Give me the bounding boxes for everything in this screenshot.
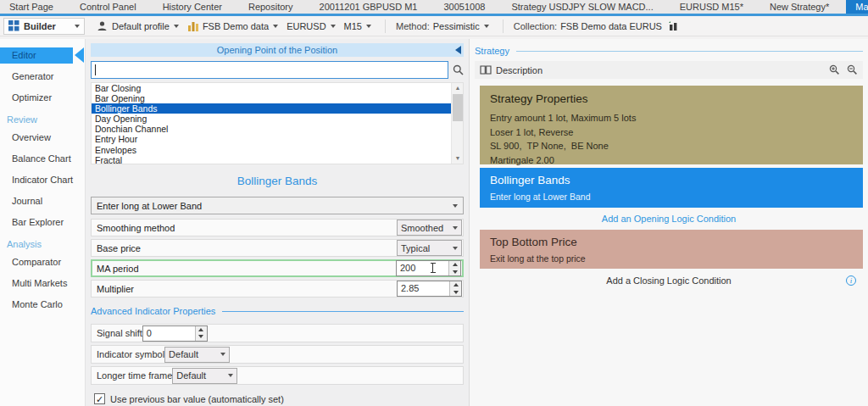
spinner-value: 2.85	[398, 281, 449, 296]
zoom-out-icon[interactable]	[847, 64, 858, 75]
scroll-down-icon[interactable]: ▼	[452, 153, 464, 164]
param-label: Longer time frame	[97, 370, 172, 381]
closing-point-slot[interactable]: Top Bottom Price Exit long at the top pr…	[480, 230, 863, 269]
chevron-down-icon	[331, 25, 336, 28]
spin-up-icon[interactable]	[450, 281, 461, 289]
sidebar-item-bar-explorer[interactable]: Bar Explorer	[0, 214, 85, 231]
method-label: Method:	[396, 21, 430, 31]
sidebar-item-indicator-chart[interactable]: Indicator Chart	[0, 172, 85, 188]
chevron-down-icon	[484, 25, 489, 28]
active-item-pointer-icon	[75, 47, 84, 63]
sidebar-item-generator[interactable]: Generator	[0, 69, 85, 85]
profile-dropdown[interactable]: Default profile	[97, 20, 179, 32]
divider-line	[516, 51, 863, 52]
chevron-down-icon	[174, 25, 179, 28]
opening-point-header: Opening Point of the Position	[91, 43, 464, 57]
param-row-indicator-symbol: Indicator symbol Default	[91, 345, 464, 364]
spinner-value: 0	[143, 326, 195, 341]
sidebar-section-review: Review	[0, 113, 85, 126]
opening-point-title: Opening Point of the Position	[217, 45, 337, 55]
list-item[interactable]: Bar Opening	[92, 93, 463, 103]
spinner-buttons	[448, 261, 460, 275]
list-item[interactable]: Day Opening	[92, 114, 463, 124]
base-price-select[interactable]: Typical	[397, 240, 462, 256]
ma-period-spinner[interactable]: 200	[396, 260, 461, 276]
indicator-symbol-select[interactable]: Default	[164, 347, 230, 363]
collection-value: FSB Demo data EURUS	[560, 21, 662, 31]
tab-data-gbpusd[interactable]: 20011201 GBPUSD M1	[310, 0, 427, 14]
spin-up-icon[interactable]	[449, 261, 460, 269]
tab-strategy-usdjpy[interactable]: Strategy USDJPY SLOW MACD...	[502, 0, 662, 14]
list-item[interactable]: Bar Closing	[92, 83, 463, 93]
app-window: Start Page Control Panel History Center …	[0, 0, 868, 406]
advanced-properties-label[interactable]: Advanced Indicator Properties	[91, 306, 215, 316]
multiplier-spinner[interactable]: 2.85	[397, 281, 462, 297]
builder-dropdown[interactable]: Builder	[3, 18, 85, 35]
description-label: Description	[496, 65, 822, 75]
sidebar-item-editor[interactable]: Editor	[0, 47, 73, 64]
list-item[interactable]: Entry Hour	[92, 134, 463, 144]
symbol-dropdown[interactable]: EURUSD	[287, 21, 335, 31]
signal-shift-spinner[interactable]: 0	[142, 325, 208, 342]
logic-rule-value: Enter long at Lower Band	[97, 201, 448, 211]
list-item[interactable]: Donchian Channel	[92, 124, 463, 134]
strategy-properties-line: Entry amount 1 lot, Maximum 5 lots	[490, 111, 853, 125]
tab-start-page[interactable]: Start Page	[0, 0, 63, 14]
add-opening-condition-link[interactable]: Add an Opening Logic Condition	[473, 214, 865, 226]
strategy-properties-box[interactable]: Strategy Properties Entry amount 1 lot, …	[480, 86, 863, 164]
spin-up-icon[interactable]	[196, 326, 207, 334]
description-bar[interactable]: Description	[475, 61, 863, 79]
slot-title: Top Bottom Price	[490, 236, 853, 248]
strategy-properties-line: Loser 1 lot, Reverse	[490, 125, 853, 140]
method-dropdown[interactable]: Pessimistic	[433, 21, 489, 31]
sidebar-item-comparator[interactable]: Comparator	[0, 254, 85, 270]
param-label: Multiplier	[97, 284, 397, 294]
tab-eurusd-m15[interactable]: EURUSD M15*	[670, 0, 753, 14]
profile-icon	[97, 20, 108, 32]
tab-new-strategy[interactable]: New Strategy*	[760, 0, 838, 14]
tab-30051008[interactable]: 30051008	[435, 0, 495, 14]
sidebar-item-journal[interactable]: Journal	[0, 193, 85, 209]
search-input[interactable]	[91, 61, 448, 79]
chevron-down-icon	[75, 25, 80, 28]
sidebar-item-optimizer[interactable]: Optimizer	[0, 90, 85, 106]
collapse-left-icon[interactable]	[455, 46, 461, 54]
collection-icon[interactable]	[668, 20, 680, 32]
param-row-longer-time-frame: Longer time frame Default	[91, 366, 464, 385]
list-item[interactable]: Fractal	[92, 155, 463, 164]
tab-label: Martingale EA*	[855, 2, 868, 12]
add-closing-condition-label[interactable]: Add a Closing Logic Condition	[606, 275, 731, 286]
sidebar-item-overview[interactable]: Overview	[0, 130, 85, 146]
list-item[interactable]: Envelopes	[92, 145, 463, 155]
scroll-up-icon[interactable]: ▲	[452, 83, 464, 93]
spin-down-icon[interactable]	[450, 289, 461, 297]
period-dropdown[interactable]: M15	[344, 21, 371, 31]
sidebar-item-multi-markets[interactable]: Multi Markets	[0, 275, 85, 292]
tab-history-center[interactable]: History Center	[153, 0, 231, 14]
tab-control-panel[interactable]: Control Panel	[70, 0, 146, 14]
select-value: Default	[169, 349, 216, 359]
opening-point-slot[interactable]: Bollinger Bands Enter long at Lower Band	[480, 168, 863, 208]
navigation-sidebar: Editor Generator Optimizer Review Overvi…	[0, 39, 86, 406]
tab-martingale-ea[interactable]: Martingale EA* ×	[846, 0, 868, 14]
smoothing-method-select[interactable]: Smoothed	[397, 220, 462, 236]
list-scrollbar[interactable]: ▲ ▼	[451, 83, 463, 164]
search-icon[interactable]	[453, 64, 464, 75]
zoom-in-icon[interactable]	[829, 64, 840, 75]
divider-line	[222, 311, 464, 312]
sidebar-item-monte-carlo[interactable]: Monte Carlo	[0, 297, 85, 313]
longer-time-frame-select[interactable]: Default	[172, 368, 237, 384]
sidebar-item-balance-chart[interactable]: Balance Chart	[0, 151, 85, 167]
toolbar-separator	[503, 19, 504, 33]
profile-label: Default profile	[112, 21, 170, 31]
data-source-dropdown[interactable]: FSB Demo data	[187, 20, 278, 32]
scrollbar-thumb[interactable]	[453, 94, 463, 121]
tab-repository[interactable]: Repository	[239, 0, 303, 14]
info-icon[interactable]: i	[846, 275, 856, 286]
spin-down-icon[interactable]	[449, 269, 460, 276]
list-item-selected[interactable]: Bollinger Bands	[92, 103, 463, 114]
spin-down-icon[interactable]	[196, 333, 207, 341]
logic-rule-dropdown[interactable]: Enter long at Lower Band	[91, 197, 464, 214]
text-cursor-icon	[432, 263, 433, 273]
checkbox-checked-icon[interactable]: ✓	[94, 393, 105, 404]
